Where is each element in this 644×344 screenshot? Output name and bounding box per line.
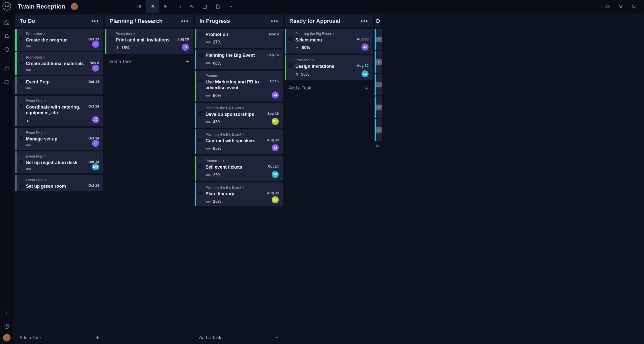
task-checkbox[interactable] (18, 80, 23, 85)
task-card[interactable]: ✓ (375, 119, 382, 141)
task-checkbox[interactable] (198, 137, 203, 142)
progress-value: 68% (213, 61, 221, 66)
add-task-button[interactable]: Add a Task+ (15, 331, 103, 344)
column-menu-icon[interactable] (271, 20, 278, 22)
task-checkbox[interactable] (288, 63, 293, 68)
task-card[interactable]: Planning the Big Event >Develop sponsors… (195, 103, 283, 128)
task-checkbox[interactable] (18, 183, 23, 188)
task-card[interactable]: Planning the Big Event >Select menu90%Au… (285, 29, 373, 54)
task-date: Aug 29 (177, 37, 189, 41)
task-checkbox-checked[interactable]: ✓ (376, 82, 382, 87)
task-card[interactable]: Planning the Big Event68%Sep 16 (195, 50, 283, 69)
task-card[interactable]: Event Prep >Manage set upOct 14JJ (15, 128, 103, 150)
task-checkbox[interactable] (18, 60, 23, 65)
nav-portfolio-icon[interactable] (0, 76, 13, 88)
task-card[interactable]: Promotion >Create additional materialsNo… (15, 52, 103, 74)
column-menu-icon[interactable] (360, 20, 368, 22)
nav-add-icon[interactable] (0, 307, 13, 319)
column-menu-icon[interactable] (91, 20, 99, 22)
task-card[interactable]: Promotion27%Nov 8 (195, 29, 283, 48)
app-logo[interactable]: PM (3, 2, 11, 11)
task-checkbox[interactable] (18, 37, 23, 42)
progress-bar (206, 174, 211, 176)
assignee-avatar[interactable]: JJ (92, 116, 99, 123)
progress-bar (26, 45, 31, 47)
nav-team-icon[interactable] (0, 62, 13, 75)
column-header[interactable]: To Do (15, 15, 103, 27)
task-parent: Event Prep > (26, 154, 99, 158)
assignee-avatar[interactable]: JJ (272, 91, 279, 99)
task-checkbox-checked[interactable]: ✓ (376, 59, 382, 65)
task-checkbox[interactable] (108, 37, 113, 42)
task-date: Oct 14 (88, 80, 99, 84)
column-body: Promotion >Print and mail invitations⬆15… (105, 29, 195, 344)
view-list-icon[interactable] (133, 0, 146, 13)
column-header[interactable]: Ready for Approval (285, 15, 373, 27)
view-board-icon[interactable] (146, 0, 159, 13)
task-checkbox[interactable] (198, 164, 203, 169)
task-parent: Promotion > (206, 74, 279, 78)
task-card[interactable]: Event Prep >Set up registration deskOct … (15, 151, 103, 173)
task-card[interactable]: ✓ (375, 29, 382, 50)
task-card[interactable]: Event Prep >Coordinate with catering, eq… (15, 96, 103, 126)
assignee-avatar[interactable]: JJ (92, 140, 99, 147)
task-checkbox[interactable] (198, 32, 203, 37)
view-files-icon[interactable] (211, 0, 224, 13)
add-task-button[interactable]: Add a Task+ (195, 331, 283, 344)
view-add-icon[interactable] (224, 0, 237, 13)
assignee-avatar[interactable]: MS (272, 118, 279, 125)
nav-recent-icon[interactable] (0, 43, 13, 56)
task-card[interactable]: Planning the Big Event >Contract with sp… (195, 129, 283, 154)
task-card[interactable]: Event Prep >Set up green roomOct 14 (15, 175, 103, 191)
column-menu-icon[interactable] (181, 20, 188, 22)
view-gantt-icon[interactable] (159, 0, 172, 13)
project-owner-avatar[interactable] (71, 3, 78, 10)
progress-bar (206, 121, 211, 123)
task-parent: Promotion > (26, 55, 99, 59)
column-next-partial: D ✓ ✓ ✓ ✓ ✓ A (375, 15, 382, 344)
column-header[interactable]: D (375, 15, 380, 27)
add-task-button[interactable]: Add a Task+ (285, 82, 373, 94)
assignee-avatar[interactable]: MS (272, 196, 279, 203)
assignee-avatar[interactable]: JJ (92, 65, 99, 72)
task-card[interactable]: Promotion >Use Marketing and PR to adver… (195, 71, 283, 102)
nav-home-icon[interactable] (0, 16, 13, 29)
user-avatar[interactable] (3, 334, 11, 341)
task-card[interactable]: ✓ (375, 96, 382, 118)
add-task-button[interactable]: A (375, 142, 382, 152)
task-card[interactable]: Promotion >Print and mail invitations⬆15… (105, 29, 193, 54)
nav-help-icon[interactable] (0, 320, 13, 333)
view-activity-icon[interactable] (185, 0, 198, 13)
task-checkbox[interactable] (198, 53, 203, 58)
column-header[interactable]: In Progress (195, 15, 283, 27)
filter-icon[interactable] (615, 0, 626, 13)
task-card[interactable]: Event PrepOct 14 (15, 76, 103, 94)
search-icon[interactable] (628, 0, 639, 13)
watch-icon[interactable] (602, 0, 613, 13)
task-checkbox-checked[interactable]: ✓ (376, 105, 382, 110)
task-card[interactable]: Planning the Big Event >Plan itinerary25… (195, 182, 283, 206)
task-card[interactable]: ✓ (375, 51, 382, 73)
assignee-avatar[interactable]: SW (361, 70, 369, 77)
view-sheet-icon[interactable] (172, 0, 185, 13)
task-card[interactable]: ✓ (375, 74, 382, 95)
topbar-actions (602, 0, 639, 13)
task-checkbox[interactable] (198, 190, 203, 195)
task-checkbox[interactable] (198, 79, 203, 84)
view-calendar-icon[interactable] (198, 0, 211, 13)
assignee-avatar[interactable]: SW (272, 171, 279, 178)
task-checkbox[interactable] (198, 111, 203, 116)
task-checkbox[interactable] (18, 104, 23, 109)
add-task-button[interactable]: Add a Task+ (105, 55, 193, 68)
task-checkbox[interactable] (18, 159, 23, 164)
nav-notifications-icon[interactable] (0, 30, 13, 42)
task-checkbox-checked[interactable]: ✓ (376, 37, 382, 42)
progress-bar (206, 148, 211, 150)
task-checkbox[interactable] (18, 136, 23, 141)
task-card[interactable]: Promotion >Design invitations⬆90%Aug 10S… (285, 55, 373, 80)
column-header[interactable]: Planning / Research (105, 15, 193, 27)
task-card[interactable]: Promotion >Sell event tickets25%Oct 14SW (195, 156, 283, 181)
task-checkbox-checked[interactable]: ✓ (376, 127, 382, 133)
task-checkbox[interactable] (288, 37, 293, 42)
task-card[interactable]: Promotion >Create the programOct 13JJ (15, 29, 103, 51)
